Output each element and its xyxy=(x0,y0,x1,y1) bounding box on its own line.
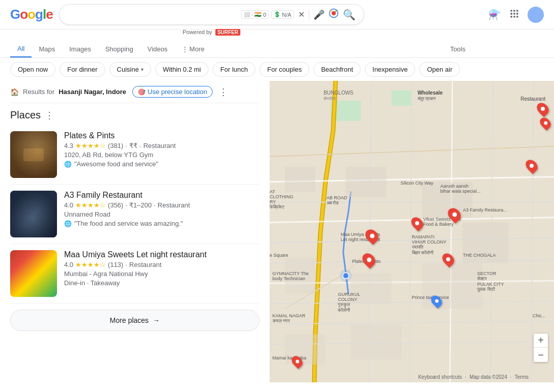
map-data-label: Map data ©2024 xyxy=(470,374,507,380)
cuisine-arrow-icon: ▾ xyxy=(141,67,143,72)
filter-for-lunch[interactable]: For lunch xyxy=(213,62,255,77)
location-bar: 🏠 Results for Hasanji Nagar, Indore 🎯 Us… xyxy=(10,81,259,103)
svg-rect-9 xyxy=(513,16,515,17)
restaurant-3-info: Maa Umiya Sweets Let night restaurant 4.… xyxy=(64,250,259,297)
flask-icon[interactable]: ⚗️ xyxy=(488,9,501,21)
restaurant-1-name: Plates & Pints xyxy=(64,131,259,140)
zoom-out-button[interactable]: − xyxy=(534,348,548,362)
filter-open-air[interactable]: Open air xyxy=(419,62,460,77)
map-svg xyxy=(270,81,554,382)
restaurant-2-info: A3 Family Restaurant 4.0 ★★★★☆ (356) · ₹… xyxy=(64,191,259,237)
filter-beachfront[interactable]: Beachfront xyxy=(313,62,361,77)
clear-icon[interactable]: ✕ xyxy=(298,10,305,19)
filter-within-distance[interactable]: Within 0.2 mi xyxy=(155,62,209,77)
restaurant-3-address: Mumbai - Agra National Hwy xyxy=(64,270,259,278)
restaurant-1-review-count: (381) xyxy=(108,142,123,149)
apps-grid-icon[interactable] xyxy=(509,9,519,21)
zoom-in-button[interactable]: + xyxy=(534,334,548,348)
map-pin-maa-umiya[interactable] xyxy=(366,229,377,243)
map-pin-a3-restaurant[interactable] xyxy=(449,207,460,222)
map-pin-vikas-sweets[interactable] xyxy=(412,217,422,230)
location-name: Hasanji Nagar, Indore xyxy=(59,88,126,96)
restaurant-1-stars: ★★★★☆ xyxy=(75,142,106,149)
tools-button[interactable]: Tools xyxy=(443,41,473,57)
restaurant-1-category: Restaurant xyxy=(143,142,176,149)
surfer-bar: Powered by SURFER xyxy=(183,29,240,35)
filter-cuisine[interactable]: Cuisine ▾ xyxy=(109,62,151,77)
restaurant-3-category: Restaurant xyxy=(129,261,162,268)
nav-item-videos[interactable]: Videos xyxy=(140,41,175,57)
svg-rect-19 xyxy=(351,273,392,304)
location-home-icon: 🏠 xyxy=(10,88,19,96)
svg-rect-15 xyxy=(346,167,387,197)
nav-more-button[interactable]: ⋮ More xyxy=(174,41,212,57)
svg-rect-3 xyxy=(513,10,515,11)
lens-icon[interactable] xyxy=(329,8,339,21)
restaurant-1-info: Plates & Pints 4.3 ★★★★☆ (381) · ₹₹ · Re… xyxy=(64,131,259,178)
search-submit-icon[interactable]: 🔍 xyxy=(343,9,356,21)
svg-rect-14 xyxy=(285,167,315,192)
arrow-right-icon: → xyxy=(153,316,160,324)
use-location-button[interactable]: 🎯 Use precise location xyxy=(132,86,213,98)
restaurant-1-review: "Awesome food and service" xyxy=(74,160,158,168)
restaurant-card-2[interactable]: A3 Family Restaurant 4.0 ★★★★☆ (356) · ₹… xyxy=(10,185,259,244)
nav-bar: All Maps Images Shopping Videos ⋮ More T… xyxy=(0,41,554,58)
svg-rect-13 xyxy=(392,91,412,106)
filters-bar: Open now For dinner Cuisine ▾ Within 0.2… xyxy=(0,58,554,81)
nav-item-maps[interactable]: Maps xyxy=(32,41,62,57)
map-pin-chogala[interactable] xyxy=(443,253,453,266)
mic-icon[interactable]: 🎤 xyxy=(313,9,325,20)
location-prefix: Results for xyxy=(23,88,54,96)
google-logo[interactable]: Google xyxy=(10,7,53,22)
header: Google best restaurants near me ⬜ · 🇮🇳 0… xyxy=(0,0,554,29)
places-menu-icon[interactable]: ⋮ xyxy=(45,110,54,121)
nav-item-images[interactable]: Images xyxy=(62,41,98,57)
map-panel[interactable]: BUNGLOWSबंगलोज Wholesaleबंधुर प्रधान Res… xyxy=(270,81,554,382)
restaurant-1-review-icon: 🌐 xyxy=(64,161,72,168)
map-pin-top-right-1[interactable] xyxy=(538,102,548,115)
svg-rect-8 xyxy=(511,16,512,17)
map-pin-plates-pints[interactable] xyxy=(363,253,374,267)
location-dots-menu[interactable]: ⋮ xyxy=(219,86,228,98)
map-pin-bottom-left[interactable] xyxy=(293,355,302,368)
filter-for-couples[interactable]: For couples xyxy=(259,62,309,77)
restaurant-1-address: 1020, AB Rd, below YTG Gym xyxy=(64,151,259,159)
restaurant-1-image xyxy=(10,131,57,178)
map-pin-top-right-2[interactable] xyxy=(541,117,550,129)
nav-item-shopping[interactable]: Shopping xyxy=(98,41,140,57)
restaurant-2-review-icon: 🌐 xyxy=(64,220,72,227)
restaurant-card-1[interactable]: Plates & Pints 4.3 ★★★★☆ (381) · ₹₹ · Re… xyxy=(10,125,259,185)
filter-inexpensive[interactable]: Inexpensive xyxy=(365,62,415,77)
restaurant-3-name: Maa Umiya Sweets Let night restaurant xyxy=(64,250,259,259)
restaurant-2-stars: ★★★★☆ xyxy=(75,201,106,209)
places-title: Places xyxy=(10,109,41,121)
restaurant-2-price: ₹1–200 xyxy=(129,201,152,209)
filter-open-now[interactable]: Open now xyxy=(10,62,55,77)
svg-rect-10 xyxy=(516,16,518,17)
restaurant-2-name: A3 Family Restaurant xyxy=(64,191,259,200)
restaurant-card-3[interactable]: Maa Umiya Sweets Let night restaurant 4.… xyxy=(10,244,259,304)
terms-link[interactable]: Terms xyxy=(515,374,529,380)
map-pin-prince-taxi[interactable] xyxy=(432,295,441,307)
restaurant-2-address: Unnamed Road xyxy=(64,210,259,218)
nav-item-all[interactable]: All xyxy=(10,41,32,57)
nav-more-dots-icon: ⋮ xyxy=(182,45,188,53)
keyboard-shortcuts-link[interactable]: Keyboard shortcuts xyxy=(418,374,462,380)
search-badge-dollar: 💲 N/A xyxy=(271,10,294,19)
svg-rect-2 xyxy=(511,10,512,11)
svg-rect-17 xyxy=(462,223,508,263)
more-places-button[interactable]: More places → xyxy=(10,310,259,331)
map-pin-middle-right[interactable] xyxy=(527,159,537,172)
restaurant-3-review-count: (113) xyxy=(108,261,123,268)
restaurant-2-review: "The food and service was amazing." xyxy=(74,220,183,227)
svg-rect-4 xyxy=(516,10,518,11)
avatar[interactable] xyxy=(528,7,544,23)
search-bar: best restaurants near me ⬜ · 🇮🇳 0 💲 N/A … xyxy=(59,4,364,25)
search-input[interactable]: best restaurants near me xyxy=(68,10,237,19)
restaurant-3-stars: ★★★★☆ xyxy=(75,261,106,268)
svg-rect-18 xyxy=(285,258,315,293)
restaurant-3-rating: 4.0 xyxy=(64,261,73,268)
search-badge-circle: ⬜ · 🇮🇳 0 xyxy=(241,10,269,19)
places-header: Places ⋮ xyxy=(10,103,259,125)
filter-for-dinner[interactable]: For dinner xyxy=(60,62,105,77)
